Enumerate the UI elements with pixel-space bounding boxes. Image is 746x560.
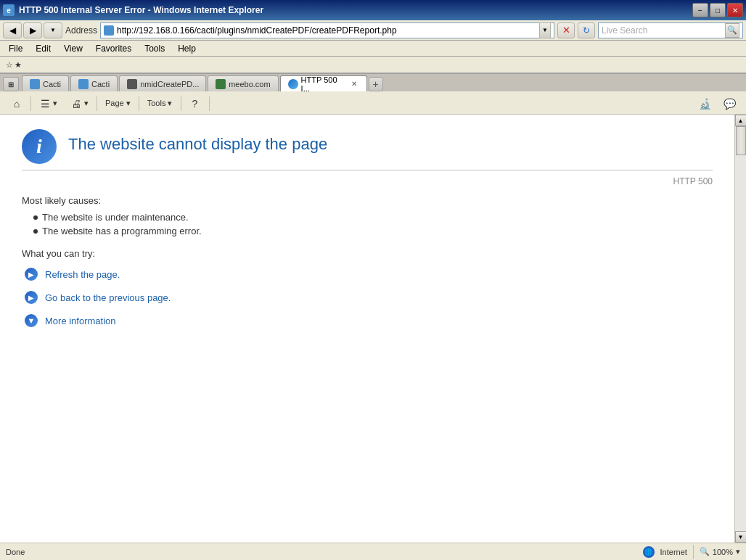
messenger-button[interactable]: 💬 bbox=[718, 96, 740, 112]
help-icon: ? bbox=[189, 98, 201, 110]
action-back: ▶ Go back to the previous page. bbox=[25, 291, 713, 304]
stop-button[interactable]: ✕ bbox=[557, 22, 575, 38]
tab-cacti-2[interactable]: Cacti bbox=[70, 75, 118, 91]
tab-label-2: Cacti bbox=[91, 80, 110, 88]
address-bar-area: ◀ ▶ ▼ Address ▼ ✕ ↻ Live Search 🔍 bbox=[0, 20, 746, 41]
zoom-control[interactable]: 🔍 100% ▾ bbox=[700, 547, 740, 556]
page-button[interactable]: Page ▾ bbox=[100, 96, 136, 110]
content-main: i The website cannot display the page HT… bbox=[0, 115, 734, 543]
scroll-up-button[interactable]: ▲ bbox=[735, 115, 747, 126]
http-status-code: HTTP 500 bbox=[22, 176, 713, 186]
menu-file[interactable]: File bbox=[3, 42, 28, 55]
cause-item-1: The website is under maintenance. bbox=[33, 212, 713, 223]
try-title: What you can try: bbox=[22, 248, 713, 259]
info-icon: i bbox=[22, 129, 57, 164]
new-tab-button[interactable]: + bbox=[369, 77, 383, 91]
bullet-dot-2 bbox=[33, 229, 38, 234]
add-favorites-button[interactable]: ☆ ★ bbox=[3, 59, 25, 70]
forward-button[interactable]: ▶ bbox=[23, 22, 42, 38]
error-header: i The website cannot display the page bbox=[22, 129, 713, 164]
cmd-divider-1 bbox=[30, 96, 31, 111]
zoom-dropdown-icon[interactable]: ▾ bbox=[736, 547, 740, 556]
minimize-button[interactable]: − bbox=[692, 3, 708, 17]
tab-favicon-4 bbox=[216, 79, 226, 89]
tab-favicon-5 bbox=[288, 79, 298, 89]
zone-label: Internet bbox=[660, 548, 687, 556]
dropdown-button[interactable]: ▼ bbox=[44, 22, 62, 38]
scroll-thumb[interactable] bbox=[736, 126, 746, 155]
feeds-button[interactable]: ☰ ▾ bbox=[34, 96, 62, 112]
page-label: Page ▾ bbox=[105, 99, 131, 108]
back-link[interactable]: Go back to the previous page. bbox=[45, 292, 171, 303]
error-title: The website cannot display the page bbox=[68, 135, 327, 154]
zoom-level: 100% bbox=[713, 548, 733, 556]
home-icon: ⌂ bbox=[11, 98, 22, 110]
cmd-divider-3 bbox=[139, 96, 139, 111]
tools-label: Tools ▾ bbox=[147, 99, 173, 108]
error-divider bbox=[22, 170, 713, 170]
tab-meebo[interactable]: meebo.com bbox=[208, 75, 278, 91]
restore-button[interactable]: □ bbox=[710, 3, 726, 17]
print-dropdown: ▾ bbox=[84, 99, 89, 108]
address-label: Address bbox=[65, 25, 97, 36]
menu-view[interactable]: View bbox=[58, 42, 89, 55]
causes-title: Most likely causes: bbox=[22, 195, 713, 206]
page-favicon bbox=[104, 25, 114, 36]
messenger-icon: 💬 bbox=[724, 98, 735, 110]
cmd-divider-4 bbox=[181, 96, 181, 111]
cmd-divider-5 bbox=[209, 96, 210, 111]
window-title: HTTP 500 Internal Server Error - Windows… bbox=[19, 5, 263, 15]
feeds-dropdown: ▾ bbox=[53, 99, 57, 108]
tab-http500[interactable]: HTTP 500 I... ✕ bbox=[280, 75, 367, 91]
tab-cacti-1[interactable]: Cacti bbox=[22, 75, 69, 91]
status-text: Done bbox=[6, 548, 25, 556]
print-icon: 🖨 bbox=[70, 98, 82, 110]
menu-favorites[interactable]: Favorites bbox=[90, 42, 137, 55]
address-dropdown-button[interactable]: ▼ bbox=[539, 22, 551, 38]
tab-nmid[interactable]: nmidCreatePD... bbox=[119, 75, 206, 91]
menu-edit[interactable]: Edit bbox=[30, 42, 57, 55]
menu-tools[interactable]: Tools bbox=[139, 42, 171, 55]
research-button[interactable]: 🔬 bbox=[694, 96, 716, 112]
tab-favicon-1 bbox=[30, 79, 40, 89]
menu-bar: File Edit View Favorites Tools Help bbox=[0, 41, 746, 57]
command-bar: ⌂ ☰ ▾ 🖨 ▾ Page ▾ Tools ▾ ? 🔬 💬 bbox=[0, 93, 746, 115]
address-input-wrapper[interactable]: ▼ bbox=[100, 22, 554, 38]
back-button[interactable]: ◀ bbox=[3, 22, 22, 38]
tools-button[interactable]: Tools ▾ bbox=[142, 96, 178, 110]
title-bar: e HTTP 500 Internal Server Error - Windo… bbox=[0, 0, 746, 20]
action-icon-back: ▶ bbox=[25, 291, 38, 304]
causes-list: The website is under maintenance. The we… bbox=[33, 212, 713, 236]
search-button[interactable]: 🔍 bbox=[725, 23, 739, 38]
menu-help[interactable]: Help bbox=[172, 42, 202, 55]
favorites-bar: ☆ ★ bbox=[0, 57, 746, 74]
address-input[interactable] bbox=[117, 25, 536, 36]
tab-close-button[interactable]: ✕ bbox=[349, 79, 358, 89]
status-divider bbox=[693, 545, 694, 559]
window-controls[interactable]: − □ ✕ bbox=[692, 3, 743, 17]
tab-label-3: nmidCreatePD... bbox=[140, 80, 199, 88]
scroll-track bbox=[735, 126, 746, 531]
search-placeholder: Live Search bbox=[602, 25, 722, 36]
rss-icon: ☰ bbox=[39, 98, 51, 110]
help-button[interactable]: ? bbox=[184, 96, 206, 112]
close-button[interactable]: ✕ bbox=[727, 3, 743, 17]
scroll-down-button[interactable]: ▼ bbox=[735, 531, 747, 543]
search-wrapper[interactable]: Live Search 🔍 bbox=[598, 22, 743, 38]
more-info-link[interactable]: More information bbox=[45, 316, 116, 326]
cause-text-2: The website has a programming error. bbox=[42, 226, 202, 236]
scrollbar[interactable]: ▲ ▼ bbox=[734, 115, 746, 543]
action-more-info[interactable]: ▼ More information bbox=[25, 314, 713, 327]
tabs-bar: ⊞ Cacti Cacti nmidCreatePD... meebo.com … bbox=[0, 74, 746, 93]
print-button[interactable]: 🖨 ▾ bbox=[65, 96, 94, 112]
research-icon: 🔬 bbox=[699, 98, 710, 110]
action-refresh: ▶ Refresh the page. bbox=[25, 268, 713, 281]
cause-item-2: The website has a programming error. bbox=[33, 226, 713, 236]
bullet-dot-1 bbox=[33, 215, 38, 220]
refresh-button[interactable]: ↻ bbox=[578, 22, 595, 38]
cmd-divider-2 bbox=[97, 96, 97, 111]
refresh-link[interactable]: Refresh the page. bbox=[45, 269, 120, 280]
home-button[interactable]: ⌂ bbox=[6, 96, 28, 112]
tab-switcher-button[interactable]: ⊞ bbox=[3, 77, 19, 91]
action-icon-refresh: ▶ bbox=[25, 268, 38, 281]
